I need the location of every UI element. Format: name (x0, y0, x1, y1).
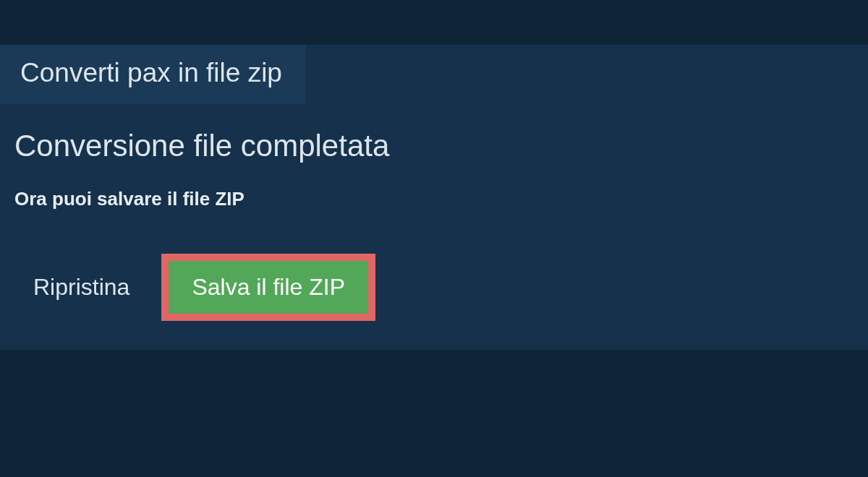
save-button-highlight: Salva il file ZIP (161, 254, 375, 321)
action-row: Ripristina Salva il file ZIP (0, 210, 868, 321)
tab-convert[interactable]: Converti pax in file zip (0, 45, 305, 104)
save-zip-button[interactable]: Salva il file ZIP (169, 261, 368, 314)
page-subtitle: Ora puoi salvare il file ZIP (0, 163, 868, 210)
tab-label: Converti pax in file zip (20, 58, 282, 87)
conversion-panel: Converti pax in file zip Conversione fil… (0, 45, 868, 350)
top-spacer (0, 0, 868, 45)
reset-button[interactable]: Ripristina (33, 274, 129, 301)
page-title: Conversione file completata (0, 104, 868, 163)
